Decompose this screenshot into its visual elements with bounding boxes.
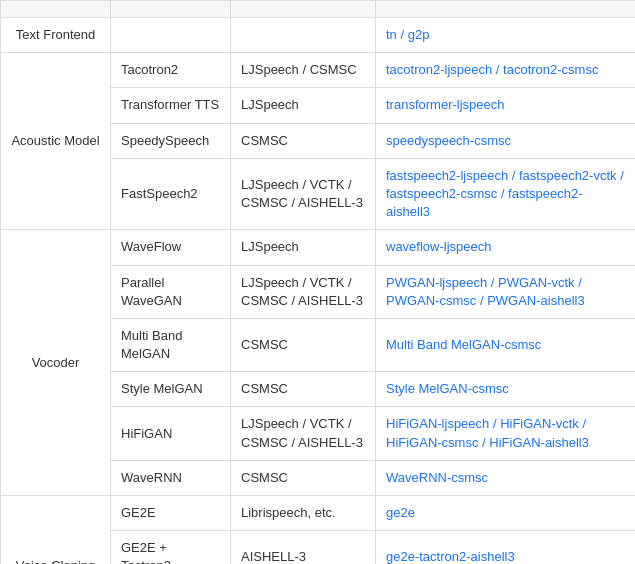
header-model-type [111, 1, 231, 18]
cell-dataset: LJSpeech [231, 230, 376, 265]
link-separator: / [508, 168, 519, 183]
cell-model-type: WaveFlow [111, 230, 231, 265]
cell-model-type: SpeedySpeech [111, 123, 231, 158]
cell-link: speedyspeech-csmsc [376, 123, 636, 158]
link-item[interactable]: PWGAN-vctk [498, 275, 575, 290]
cell-link: PWGAN-ljspeech / PWGAN-vctk / PWGAN-csms… [376, 265, 636, 318]
link-separator: / [575, 275, 582, 290]
header-module-type [1, 1, 111, 18]
link-item[interactable]: g2p [408, 27, 430, 42]
link-item[interactable]: fastspeech2-vctk [519, 168, 617, 183]
cell-link: Style MelGAN-csmsc [376, 372, 636, 407]
link-item[interactable]: tacotron2-ljspeech [386, 62, 492, 77]
link-separator: / [579, 416, 586, 431]
link-item[interactable]: PWGAN-ljspeech [386, 275, 487, 290]
link-item[interactable]: ge2e-tactron2-aishell3 [386, 549, 515, 564]
link-item[interactable]: Multi Band MelGAN-csmsc [386, 337, 541, 352]
cell-dataset: CSMSC [231, 372, 376, 407]
cell-dataset: AISHELL-3 [231, 531, 376, 564]
header-row [1, 1, 636, 18]
table-row: VocoderWaveFlowLJSpeechwaveflow-ljspeech [1, 230, 636, 265]
cell-link: WaveRNN-csmsc [376, 460, 636, 495]
cell-link: Multi Band MelGAN-csmsc [376, 318, 636, 371]
cell-link: waveflow-ljspeech [376, 230, 636, 265]
cell-module-type: Voice Cloning [1, 496, 111, 565]
cell-dataset: LJSpeech / VCTK / CSMSC / AISHELL-3 [231, 265, 376, 318]
cell-link: HiFiGAN-ljspeech / HiFiGAN-vctk / HiFiGA… [376, 407, 636, 460]
cell-model-type: Transformer TTS [111, 88, 231, 123]
cell-module-type: Acoustic Model [1, 53, 111, 230]
cell-dataset [231, 18, 376, 53]
link-item[interactable]: fastspeech2-csmsc [386, 186, 497, 201]
header-link [376, 1, 636, 18]
cell-model-type [111, 18, 231, 53]
cell-link: tacotron2-ljspeech / tacotron2-csmsc [376, 53, 636, 88]
link-separator: / [497, 186, 508, 201]
table-row: Voice CloningGE2ELibrispeech, etc.ge2e [1, 496, 636, 531]
cell-dataset: Librispeech, etc. [231, 496, 376, 531]
link-item[interactable]: WaveRNN-csmsc [386, 470, 488, 485]
cell-link: transformer-ljspeech [376, 88, 636, 123]
cell-model-type: Style MelGAN [111, 372, 231, 407]
link-separator: / [476, 293, 487, 308]
cell-model-type: Parallel WaveGAN [111, 265, 231, 318]
tts-table: Text Frontendtn / g2pAcoustic ModelTacot… [0, 0, 635, 564]
cell-model-type: HiFiGAN [111, 407, 231, 460]
header-dataset [231, 1, 376, 18]
cell-model-type: FastSpeech2 [111, 158, 231, 230]
cell-dataset: CSMSC [231, 460, 376, 495]
cell-link: ge2e-tactron2-aishell3 [376, 531, 636, 564]
link-item[interactable]: PWGAN-aishell3 [487, 293, 585, 308]
link-item[interactable]: tacotron2-csmsc [503, 62, 598, 77]
cell-model-type: GE2E + Tactron2 [111, 531, 231, 564]
link-item[interactable]: transformer-ljspeech [386, 97, 505, 112]
link-item[interactable]: speedyspeech-csmsc [386, 133, 511, 148]
link-item[interactable]: PWGAN-csmsc [386, 293, 476, 308]
cell-dataset: LJSpeech / VCTK / CSMSC / AISHELL-3 [231, 407, 376, 460]
link-item[interactable]: tn [386, 27, 397, 42]
link-separator: / [492, 62, 503, 77]
link-separator: / [478, 435, 489, 450]
link-item[interactable]: HiFiGAN-vctk [500, 416, 579, 431]
cell-link: fastspeech2-ljspeech / fastspeech2-vctk … [376, 158, 636, 230]
cell-link: tn / g2p [376, 18, 636, 53]
link-item[interactable]: waveflow-ljspeech [386, 239, 492, 254]
link-item[interactable]: Style MelGAN-csmsc [386, 381, 509, 396]
cell-model-type: Multi Band MelGAN [111, 318, 231, 371]
cell-model-type: Tacotron2 [111, 53, 231, 88]
link-separator: / [397, 27, 408, 42]
cell-link: ge2e [376, 496, 636, 531]
cell-dataset: LJSpeech [231, 88, 376, 123]
table-row: Text Frontendtn / g2p [1, 18, 636, 53]
cell-model-type: GE2E [111, 496, 231, 531]
link-separator: / [617, 168, 624, 183]
link-item[interactable]: HiFiGAN-csmsc [386, 435, 478, 450]
link-item[interactable]: HiFiGAN-aishell3 [489, 435, 589, 450]
cell-dataset: LJSpeech / VCTK / CSMSC / AISHELL-3 [231, 158, 376, 230]
cell-module-type: Text Frontend [1, 18, 111, 53]
link-item[interactable]: HiFiGAN-ljspeech [386, 416, 489, 431]
link-separator: / [487, 275, 498, 290]
link-item[interactable]: ge2e [386, 505, 415, 520]
cell-model-type: WaveRNN [111, 460, 231, 495]
cell-module-type: Vocoder [1, 230, 111, 496]
cell-dataset: CSMSC [231, 123, 376, 158]
table-row: Acoustic ModelTacotron2LJSpeech / CSMSCt… [1, 53, 636, 88]
link-separator: / [489, 416, 500, 431]
cell-dataset: CSMSC [231, 318, 376, 371]
table-wrapper: Text Frontendtn / g2pAcoustic ModelTacot… [0, 0, 635, 564]
link-item[interactable]: fastspeech2-ljspeech [386, 168, 508, 183]
cell-dataset: LJSpeech / CSMSC [231, 53, 376, 88]
